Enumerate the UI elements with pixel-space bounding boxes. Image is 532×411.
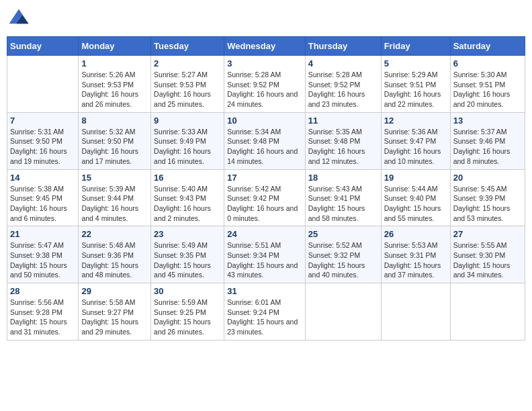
day-info: Sunrise: 5:33 AMSunset: 9:49 PMDaylight:… xyxy=(154,127,221,167)
calendar-cell: 21Sunrise: 5:47 AMSunset: 9:38 PMDayligh… xyxy=(7,226,79,283)
day-info: Sunrise: 5:56 AMSunset: 9:28 PMDaylight:… xyxy=(10,298,75,337)
week-row-4: 21Sunrise: 5:47 AMSunset: 9:38 PMDayligh… xyxy=(7,226,525,283)
calendar-cell: 12Sunrise: 5:36 AMSunset: 9:47 PMDayligh… xyxy=(381,112,450,169)
calendar-cell: 16Sunrise: 5:40 AMSunset: 9:43 PMDayligh… xyxy=(151,169,224,226)
calendar-cell: 24Sunrise: 5:51 AMSunset: 9:34 PMDayligh… xyxy=(224,226,306,283)
calendar-table: SundayMondayTuesdayWednesdayThursdayFrid… xyxy=(7,36,525,340)
calendar-cell: 30Sunrise: 5:59 AMSunset: 9:25 PMDayligh… xyxy=(151,283,224,340)
day-number: 29 xyxy=(81,286,148,296)
calendar-cell: 6Sunrise: 5:30 AMSunset: 9:51 PMDaylight… xyxy=(450,56,525,113)
header-row: SundayMondayTuesdayWednesdayThursdayFrid… xyxy=(7,37,525,56)
header-cell-friday: Friday xyxy=(381,37,450,56)
day-info: Sunrise: 5:47 AMSunset: 9:38 PMDaylight:… xyxy=(10,240,75,280)
day-info: Sunrise: 5:32 AMSunset: 9:50 PMDaylight:… xyxy=(81,127,148,167)
day-number: 28 xyxy=(10,286,75,296)
day-info: Sunrise: 5:49 AMSunset: 9:35 PMDaylight:… xyxy=(154,240,221,280)
calendar-cell: 9Sunrise: 5:33 AMSunset: 9:49 PMDaylight… xyxy=(151,112,224,169)
day-number: 31 xyxy=(227,286,302,296)
day-number: 12 xyxy=(384,116,447,126)
header-cell-wednesday: Wednesday xyxy=(224,37,306,56)
week-row-3: 14Sunrise: 5:38 AMSunset: 9:45 PMDayligh… xyxy=(7,169,525,226)
day-info: Sunrise: 5:39 AMSunset: 9:44 PMDaylight:… xyxy=(81,184,148,224)
calendar-cell: 13Sunrise: 5:37 AMSunset: 9:46 PMDayligh… xyxy=(450,112,525,169)
calendar-cell xyxy=(450,283,525,340)
day-number: 7 xyxy=(10,116,75,126)
day-number: 17 xyxy=(227,173,302,183)
week-row-2: 7Sunrise: 5:31 AMSunset: 9:50 PMDaylight… xyxy=(7,112,525,169)
day-number: 11 xyxy=(308,116,378,126)
calendar-cell: 11Sunrise: 5:35 AMSunset: 9:48 PMDayligh… xyxy=(305,112,381,169)
calendar-cell: 7Sunrise: 5:31 AMSunset: 9:50 PMDaylight… xyxy=(7,112,79,169)
day-number: 27 xyxy=(453,229,522,239)
calendar-cell: 25Sunrise: 5:52 AMSunset: 9:32 PMDayligh… xyxy=(305,226,381,283)
day-number: 10 xyxy=(227,116,302,126)
day-number: 26 xyxy=(384,229,447,239)
day-number: 9 xyxy=(154,116,221,126)
calendar-cell: 2Sunrise: 5:27 AMSunset: 9:53 PMDaylight… xyxy=(151,56,224,113)
day-info: Sunrise: 5:48 AMSunset: 9:36 PMDaylight:… xyxy=(81,240,148,280)
day-info: Sunrise: 5:30 AMSunset: 9:51 PMDaylight:… xyxy=(453,70,522,109)
calendar-cell xyxy=(7,56,79,113)
calendar-cell: 26Sunrise: 5:53 AMSunset: 9:31 PMDayligh… xyxy=(381,226,450,283)
day-info: Sunrise: 5:37 AMSunset: 9:46 PMDaylight:… xyxy=(453,127,522,167)
calendar-cell: 5Sunrise: 5:29 AMSunset: 9:51 PMDaylight… xyxy=(381,56,450,113)
calendar-cell xyxy=(305,283,381,340)
week-row-1: 1Sunrise: 5:26 AMSunset: 9:53 PMDaylight… xyxy=(7,56,525,113)
day-number: 6 xyxy=(453,58,522,68)
day-info: Sunrise: 5:38 AMSunset: 9:45 PMDaylight:… xyxy=(10,184,75,224)
calendar-cell: 20Sunrise: 5:45 AMSunset: 9:39 PMDayligh… xyxy=(450,169,525,226)
day-info: Sunrise: 5:28 AMSunset: 9:52 PMDaylight:… xyxy=(308,70,378,109)
header-cell-tuesday: Tuesday xyxy=(151,37,224,56)
day-info: Sunrise: 5:42 AMSunset: 9:42 PMDaylight:… xyxy=(227,184,302,224)
day-info: Sunrise: 5:53 AMSunset: 9:31 PMDaylight:… xyxy=(384,240,447,280)
day-info: Sunrise: 5:43 AMSunset: 9:41 PMDaylight:… xyxy=(308,184,378,224)
day-number: 8 xyxy=(81,116,148,126)
calendar-cell: 15Sunrise: 5:39 AMSunset: 9:44 PMDayligh… xyxy=(79,169,151,226)
day-number: 3 xyxy=(227,58,302,68)
calendar-cell: 31Sunrise: 6:01 AMSunset: 9:24 PMDayligh… xyxy=(224,283,306,340)
week-row-5: 28Sunrise: 5:56 AMSunset: 9:28 PMDayligh… xyxy=(7,283,525,340)
calendar-cell: 14Sunrise: 5:38 AMSunset: 9:45 PMDayligh… xyxy=(7,169,79,226)
calendar-cell: 3Sunrise: 5:28 AMSunset: 9:52 PMDaylight… xyxy=(224,56,306,113)
day-number: 18 xyxy=(308,173,378,183)
day-number: 2 xyxy=(154,58,221,68)
calendar-cell: 22Sunrise: 5:48 AMSunset: 9:36 PMDayligh… xyxy=(79,226,151,283)
calendar-cell: 19Sunrise: 5:44 AMSunset: 9:40 PMDayligh… xyxy=(381,169,450,226)
header-cell-monday: Monday xyxy=(79,37,151,56)
day-info: Sunrise: 5:40 AMSunset: 9:43 PMDaylight:… xyxy=(154,184,221,224)
day-number: 25 xyxy=(308,229,378,239)
calendar-cell: 4Sunrise: 5:28 AMSunset: 9:52 PMDaylight… xyxy=(305,56,381,113)
calendar-cell: 1Sunrise: 5:26 AMSunset: 9:53 PMDaylight… xyxy=(79,56,151,113)
calendar-cell: 27Sunrise: 5:55 AMSunset: 9:30 PMDayligh… xyxy=(450,226,525,283)
day-info: Sunrise: 5:35 AMSunset: 9:48 PMDaylight:… xyxy=(308,127,378,167)
calendar-cell: 18Sunrise: 5:43 AMSunset: 9:41 PMDayligh… xyxy=(305,169,381,226)
calendar-cell: 8Sunrise: 5:32 AMSunset: 9:50 PMDaylight… xyxy=(79,112,151,169)
calendar-cell: 29Sunrise: 5:58 AMSunset: 9:27 PMDayligh… xyxy=(79,283,151,340)
day-info: Sunrise: 5:58 AMSunset: 9:27 PMDaylight:… xyxy=(81,298,148,337)
logo-icon xyxy=(7,7,31,31)
day-number: 15 xyxy=(81,173,148,183)
day-number: 4 xyxy=(308,58,378,68)
day-info: Sunrise: 5:27 AMSunset: 9:53 PMDaylight:… xyxy=(154,70,221,109)
calendar-cell xyxy=(381,283,450,340)
day-number: 14 xyxy=(10,173,75,183)
day-number: 5 xyxy=(384,58,447,68)
day-number: 19 xyxy=(384,173,447,183)
logo xyxy=(7,7,34,31)
day-info: Sunrise: 5:29 AMSunset: 9:51 PMDaylight:… xyxy=(384,70,447,109)
day-info: Sunrise: 5:31 AMSunset: 9:50 PMDaylight:… xyxy=(10,127,75,167)
calendar-cell: 10Sunrise: 5:34 AMSunset: 9:48 PMDayligh… xyxy=(224,112,306,169)
day-info: Sunrise: 6:01 AMSunset: 9:24 PMDaylight:… xyxy=(227,298,302,337)
calendar-body: 1Sunrise: 5:26 AMSunset: 9:53 PMDaylight… xyxy=(7,56,525,340)
day-number: 13 xyxy=(453,116,522,126)
day-info: Sunrise: 5:51 AMSunset: 9:34 PMDaylight:… xyxy=(227,240,302,280)
day-number: 24 xyxy=(227,229,302,239)
day-number: 21 xyxy=(10,229,75,239)
day-info: Sunrise: 5:55 AMSunset: 9:30 PMDaylight:… xyxy=(453,240,522,280)
header xyxy=(7,7,525,31)
day-number: 1 xyxy=(81,58,148,68)
day-info: Sunrise: 5:45 AMSunset: 9:39 PMDaylight:… xyxy=(453,184,522,224)
day-info: Sunrise: 5:36 AMSunset: 9:47 PMDaylight:… xyxy=(384,127,447,167)
day-info: Sunrise: 5:34 AMSunset: 9:48 PMDaylight:… xyxy=(227,127,302,167)
day-number: 30 xyxy=(154,286,221,296)
